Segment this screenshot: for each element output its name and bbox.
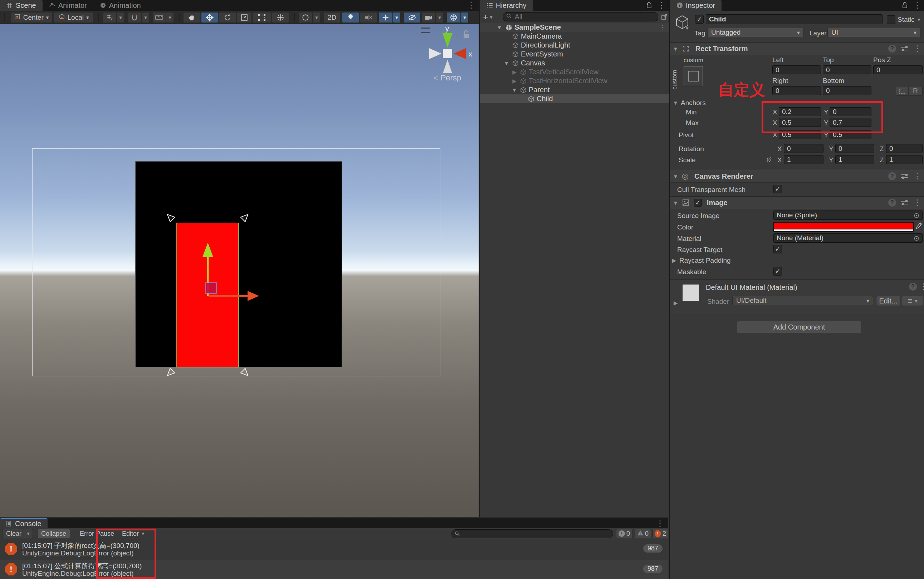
console-errorpause-button[interactable]: Error Pause — [76, 529, 118, 538]
canvas-renderer-header[interactable]: ▼ ◎ Canvas Renderer ? ⋮ — [670, 170, 924, 183]
hierarchy-search-input[interactable]: All — [503, 12, 658, 21]
shader-list-button[interactable]: ▾ — [902, 296, 923, 306]
inspector-menu-icon[interactable]: ⋮ — [913, 2, 921, 9]
component-menu-icon[interactable]: ⋮ — [913, 199, 921, 206]
tab-hierarchy[interactable]: Hierarchy — [480, 0, 533, 11]
scene-picker-button[interactable] — [660, 12, 669, 22]
magnet-snap-caret[interactable]: ▾ — [142, 12, 149, 23]
anchor-preset-button[interactable] — [684, 66, 703, 86]
help-icon[interactable]: ? — [888, 172, 896, 180]
pivot-x-field[interactable]: 0.5 — [779, 130, 821, 139]
raw-edit-button[interactable]: R — [908, 86, 922, 96]
scale-z-field[interactable]: 1 — [886, 155, 922, 164]
source-image-field[interactable]: None (Sprite) ⊙ — [773, 211, 922, 220]
tab-console[interactable]: Console — [0, 518, 48, 528]
foldout-icon[interactable]: ▼ — [503, 60, 510, 66]
cull-transparent-mesh-checkbox[interactable]: ✓ — [773, 185, 782, 193]
camera-view-caret[interactable]: ▾ — [436, 12, 443, 23]
rect-tool-button[interactable] — [253, 12, 271, 23]
console-menu-icon[interactable]: ⋮ — [656, 520, 664, 528]
help-icon[interactable]: ? — [888, 199, 896, 206]
effects-toggle-button[interactable] — [379, 12, 393, 23]
foldout-icon[interactable]: ▶ — [511, 69, 518, 75]
gameobject-name-input[interactable]: Child — [706, 14, 883, 24]
add-component-button[interactable]: Add Component — [737, 321, 862, 333]
hierarchy-item-child[interactable]: Child — [480, 94, 669, 103]
bottom-field[interactable]: 0 — [823, 86, 871, 95]
console-info-count[interactable]: ! 0 — [616, 529, 632, 538]
transform-tool-button[interactable] — [272, 12, 289, 23]
scene-options-icon[interactable]: ⋮ — [659, 24, 665, 31]
grid-snap-caret[interactable]: ▾ — [117, 12, 125, 23]
transform-gizmo-overlay[interactable] — [0, 24, 479, 517]
help-icon[interactable]: ? — [888, 45, 896, 52]
anchor-max-y-field[interactable]: 0.7 — [830, 118, 871, 127]
console-clear-caret[interactable]: ▾ — [24, 529, 33, 538]
magnet-snap-button[interactable] — [127, 12, 142, 23]
increment-snap-button[interactable] — [153, 12, 166, 23]
tag-dropdown[interactable]: Untagged▾ — [707, 28, 804, 37]
foldout-icon[interactable]: ▼ — [511, 87, 518, 93]
console-collapse-button[interactable]: Collapse — [37, 529, 70, 538]
scale-y-field[interactable]: 1 — [835, 155, 874, 164]
link-broken-icon[interactable] — [765, 156, 772, 165]
gameobject-icon-caret[interactable]: ▾ — [686, 25, 689, 31]
help-icon[interactable]: ? — [909, 283, 917, 291]
rotation-z-field[interactable]: 0 — [886, 144, 922, 153]
console-log-row[interactable]: ! [01:15:07] 子对象的rect宽高=(300,700) UnityE… — [0, 539, 668, 560]
tab-animator[interactable]: Animator — [43, 0, 94, 11]
foldout-icon[interactable]: ▼ — [673, 200, 678, 206]
hand-tool-button[interactable] — [183, 12, 200, 23]
raycast-target-checkbox[interactable]: ✓ — [773, 245, 782, 254]
foldout-icon[interactable]: ▼ — [673, 173, 678, 180]
component-menu-icon[interactable]: ⋮ — [913, 172, 921, 180]
foldout-icon[interactable]: ▶ — [511, 78, 518, 84]
inspector-lock-icon[interactable] — [902, 2, 908, 8]
presets-icon[interactable] — [901, 46, 908, 51]
audio-toggle-button[interactable] — [360, 12, 377, 23]
rect-transform-header[interactable]: ▼ Rect Transform ? ⋮ — [670, 42, 924, 55]
rotation-y-field[interactable]: 0 — [835, 144, 874, 153]
tab-inspector[interactable]: i Inspector — [670, 0, 722, 11]
console-log-row[interactable]: ! [01:15:07] 公式计算所得宽高=(300,700) UnityEng… — [0, 560, 668, 579]
console-warning-count[interactable]: ! 0 — [635, 529, 651, 538]
right-field[interactable]: 0 — [772, 86, 821, 95]
scale-tool-button[interactable] — [237, 12, 252, 23]
projection-toggle[interactable]: < Persp — [433, 73, 461, 83]
pivot-y-field[interactable]: 0.5 — [830, 130, 871, 139]
scene-orientation-gizmo[interactable]: y x — [422, 25, 479, 75]
scene-viewport[interactable]: y x < Persp — [0, 24, 479, 517]
eyedropper-icon[interactable] — [916, 222, 922, 233]
presets-icon[interactable] — [901, 173, 908, 179]
presets-icon[interactable] — [901, 200, 908, 206]
material-field[interactable]: None (Material) ⊙ — [773, 233, 922, 243]
material-menu-icon[interactable]: ⋮ — [920, 283, 924, 291]
2d-mode-button[interactable]: 2D — [323, 12, 341, 23]
image-enabled-checkbox[interactable]: ✓ — [694, 199, 702, 206]
gizmos-caret[interactable]: ▾ — [461, 12, 469, 23]
grid-snap-button[interactable]: Y — [102, 12, 117, 23]
shader-dropdown[interactable]: UI/Default▾ — [732, 296, 873, 305]
gizmos-toggle-button[interactable] — [446, 12, 461, 23]
left-field[interactable]: 0 — [772, 65, 821, 74]
increment-snap-caret[interactable]: ▾ — [166, 12, 174, 23]
top-field[interactable]: 0 — [823, 65, 871, 74]
raycast-padding-foldout-icon[interactable]: ▶ — [672, 257, 676, 264]
static-caret-icon[interactable]: ▾ — [917, 16, 921, 23]
foldout-icon[interactable]: ▼ — [496, 24, 503, 30]
console-search-input[interactable] — [451, 529, 613, 538]
material-foldout-icon[interactable]: ▶ — [674, 300, 678, 306]
effects-caret[interactable]: ▾ — [393, 12, 400, 23]
active-checkbox[interactable]: ✓ — [695, 15, 704, 24]
scale-x-field[interactable]: 1 — [784, 155, 824, 164]
scene-menu-icon[interactable]: ⋮ — [467, 2, 475, 9]
component-menu-icon[interactable]: ⋮ — [913, 45, 921, 52]
image-component-header[interactable]: ▼ ✓ Image ? ⋮ — [670, 196, 924, 209]
color-swatch[interactable] — [773, 222, 914, 232]
draw-mode-button[interactable] — [298, 12, 313, 23]
maskable-checkbox[interactable]: ✓ — [773, 267, 782, 276]
object-picker-icon[interactable]: ⊙ — [914, 211, 919, 219]
hierarchy-lock-icon[interactable] — [646, 2, 652, 8]
static-checkbox[interactable] — [887, 15, 895, 24]
orientation-button[interactable]: Local ▾ — [54, 12, 94, 23]
